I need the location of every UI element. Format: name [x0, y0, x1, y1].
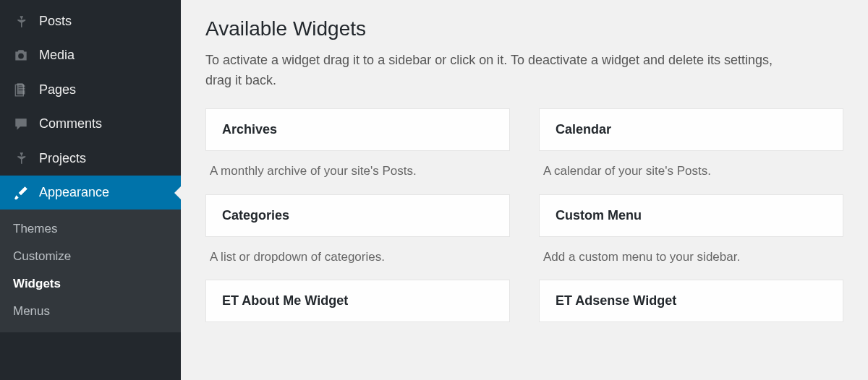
widget-archives[interactable]: Archives [205, 108, 510, 151]
widget-cell: ET About Me Widget [205, 280, 510, 322]
submenu-item-menus[interactable]: Menus [0, 298, 181, 325]
camera-icon [13, 48, 29, 64]
pushpin-icon [13, 150, 29, 166]
widget-categories[interactable]: Categories [205, 194, 510, 237]
sidebar-item-comments[interactable]: Comments [0, 107, 181, 141]
brush-icon [13, 185, 29, 201]
sidebar-item-media[interactable]: Media [0, 38, 181, 72]
page-description: To activate a widget drag it to a sideba… [205, 51, 799, 91]
widget-cell: Archives A monthly archive of your site'… [205, 108, 510, 194]
appearance-submenu: Themes Customize Widgets Menus [0, 210, 181, 332]
widget-cell: Calendar A calendar of your site's Posts… [539, 108, 843, 194]
widget-cell: ET Adsense Widget [539, 280, 843, 322]
widget-et-about-me[interactable]: ET About Me Widget [205, 280, 510, 322]
pages-icon [13, 82, 29, 98]
widget-custom-menu[interactable]: Custom Menu [539, 194, 843, 237]
widget-cell: Custom Menu Add a custom menu to your si… [539, 194, 843, 280]
sidebar-item-projects[interactable]: Projects [0, 142, 181, 176]
available-widgets-grid: Archives A monthly archive of your site'… [205, 108, 843, 323]
page-title: Available Widgets [205, 17, 843, 40]
widget-description: A list or dropdown of categories. [205, 237, 510, 280]
sidebar-item-pages[interactable]: Pages [0, 73, 181, 107]
sidebar-item-label: Media [39, 47, 75, 64]
submenu-item-themes[interactable]: Themes [0, 215, 181, 243]
widget-description: A calendar of your site's Posts. [539, 151, 843, 194]
sidebar-item-label: Comments [39, 116, 102, 132]
sidebar-item-label: Posts [39, 13, 72, 30]
widget-description: A monthly archive of your site's Posts. [205, 151, 510, 194]
pushpin-icon [13, 14, 29, 30]
submenu-item-widgets[interactable]: Widgets [0, 270, 181, 298]
widget-description: Add a custom menu to your sidebar. [539, 237, 843, 280]
widget-cell: Categories A list or dropdown of categor… [205, 194, 510, 280]
sidebar-item-label: Appearance [39, 184, 109, 201]
comment-icon [13, 116, 29, 132]
sidebar-item-label: Pages [39, 82, 76, 98]
sidebar-item-label: Projects [39, 150, 86, 167]
widget-et-adsense[interactable]: ET Adsense Widget [539, 280, 843, 322]
content-area: Available Widgets To activate a widget d… [181, 0, 868, 380]
sidebar-item-appearance[interactable]: Appearance [0, 176, 181, 210]
sidebar-item-posts[interactable]: Posts [0, 4, 181, 38]
submenu-item-customize[interactable]: Customize [0, 243, 181, 270]
admin-sidebar: Posts Media Pages Comments Projects Appe… [0, 0, 181, 380]
widget-calendar[interactable]: Calendar [539, 108, 843, 151]
